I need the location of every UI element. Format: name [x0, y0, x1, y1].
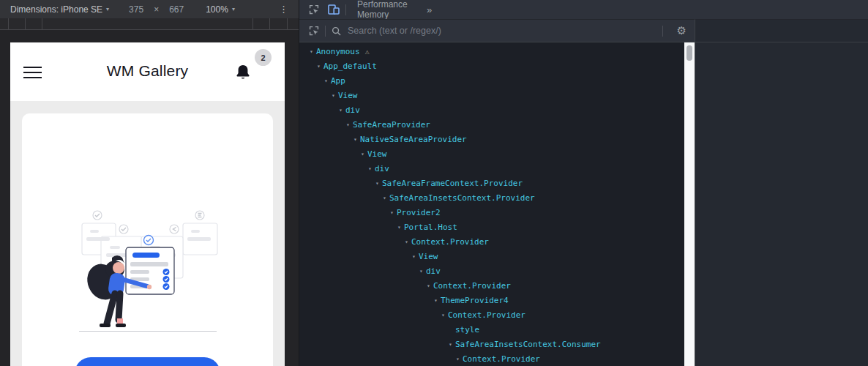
toggle-device-toolbar-icon[interactable]: [328, 4, 340, 15]
component-name: SafeAreaFrameContext.Provider: [382, 179, 523, 188]
component-name: SafeAreaInsetsContext.Consumer: [455, 340, 601, 349]
component-name: Anonymous: [316, 47, 360, 56]
devtools-tab-memory[interactable]: Memory: [352, 10, 426, 19]
expand-arrow-icon[interactable]: ▾: [343, 122, 353, 128]
expand-arrow-icon[interactable]: ▾: [373, 180, 382, 187]
chevron-down-icon: ▾: [106, 6, 109, 12]
device-height-input[interactable]: 667: [169, 4, 184, 15]
tree-node[interactable]: ▾ App_default: [299, 59, 684, 73]
tree-node[interactable]: ▾ View: [299, 146, 684, 161]
tree-node[interactable]: ▾ NativeSafeAreaProvider: [299, 132, 684, 146]
expand-arrow-icon[interactable]: ▾: [314, 63, 323, 70]
scrollbar-thumb[interactable]: [686, 45, 692, 61]
tree-node[interactable]: ▾ View: [299, 249, 684, 264]
component-name: App: [331, 76, 345, 86]
component-name: NativeSafeAreaProvider: [360, 135, 467, 144]
more-tabs-icon[interactable]: »: [427, 4, 432, 15]
tree-node[interactable]: ▾ Context.Provider: [299, 351, 684, 366]
multiply-sign: ×: [154, 4, 159, 15]
tree-node[interactable]: ▾ Context.Provider: [299, 307, 684, 322]
expand-arrow-icon[interactable]: ▾: [431, 297, 441, 304]
device-width-input[interactable]: 375: [129, 4, 143, 15]
notification-bell-icon[interactable]: [235, 64, 251, 84]
component-name: Context.Provider: [463, 354, 540, 364]
component-name: Context.Provider: [448, 310, 525, 320]
component-name: Portal.Host: [404, 223, 457, 232]
welcome-card: [22, 113, 273, 366]
expand-arrow-icon[interactable]: ▾: [351, 136, 360, 143]
expand-arrow-icon[interactable]: ▾: [307, 48, 316, 55]
component-name: div: [426, 266, 441, 276]
expand-arrow-icon[interactable]: ▾: [358, 151, 367, 157]
tree-node[interactable]: ▾ SafeAreaInsetsContext.Provider: [299, 190, 684, 205]
tree-node[interactable]: ▾ div: [299, 264, 684, 278]
expand-arrow-icon[interactable]: ▾: [365, 165, 375, 172]
gear-icon[interactable]: ⚙: [677, 24, 686, 37]
expand-arrow-icon[interactable]: ▾: [321, 78, 331, 84]
component-name: SafeAreaProvider: [353, 120, 430, 130]
component-tree: ▾ Anonymous ⚠ ▾ App_default ▾ App ▾ View…: [299, 42, 684, 366]
inspect-element-icon[interactable]: [309, 4, 319, 15]
app-body: [10, 101, 285, 366]
device-toolbar: Dimensions: iPhone SE ▾ 375 × 667 100% ▾…: [0, 0, 299, 18]
tree-node[interactable]: ▾ SafeAreaFrameContext.Provider: [299, 176, 684, 190]
component-name: Provider2: [397, 208, 441, 217]
device-viewport: WM Gallery 2: [10, 42, 285, 366]
divider: [662, 26, 663, 37]
expand-arrow-icon[interactable]: ▾: [424, 283, 433, 289]
component-name: Context.Provider: [433, 281, 511, 291]
tab-label: Memory: [357, 10, 389, 19]
component-name: div: [345, 105, 360, 115]
component-name: div: [375, 164, 389, 173]
devtools-tabbar: Elements Console: [299, 0, 868, 19]
warning-icon: ⚠: [365, 48, 370, 56]
expand-arrow-icon[interactable]: ▾: [336, 107, 345, 113]
tree-node[interactable]: ▾ View: [299, 88, 684, 102]
tree-node[interactable]: ▾ SafeAreaProvider: [299, 117, 684, 132]
expand-arrow-icon[interactable]: ▾: [409, 253, 419, 260]
tree-scrollbar[interactable]: [684, 42, 695, 366]
component-name: Context.Provider: [411, 237, 489, 247]
search-input[interactable]: Search (text or /regex/): [348, 26, 656, 36]
expand-arrow-icon[interactable]: ▾: [438, 312, 448, 318]
device-ruler-strip: [0, 18, 299, 30]
expand-arrow-icon[interactable]: ▾: [453, 356, 463, 362]
select-component-icon[interactable]: [309, 26, 319, 36]
component-name: ThemeProvider4: [441, 296, 509, 305]
tree-node[interactable]: ▾ Provider2: [299, 205, 684, 220]
expand-arrow-icon[interactable]: ▾: [446, 341, 455, 348]
kebab-menu-icon[interactable]: ⋮: [279, 4, 288, 15]
expand-arrow-icon[interactable]: ▾: [402, 239, 411, 245]
zoom-level-select[interactable]: 100%: [206, 4, 228, 15]
expand-arrow-icon[interactable]: ▾: [329, 92, 338, 99]
tree-node[interactable]: ▾ SafeAreaInsetsContext.Consumer: [299, 337, 684, 351]
device-type-select[interactable]: Dimensions: iPhone SE: [10, 4, 102, 15]
tree-node[interactable]: ▾ Context.Provider: [299, 278, 684, 293]
emulation-stage: WM Gallery 2: [0, 30, 299, 366]
expand-arrow-icon[interactable]: ▾: [387, 209, 397, 216]
onboarding-illustration: [75, 209, 222, 337]
component-name: App_default: [323, 61, 377, 71]
tree-node[interactable]: ▾ Anonymous ⚠: [299, 44, 684, 59]
expand-arrow-icon[interactable]: ▾: [394, 224, 404, 231]
screenshot-root: Dimensions: iPhone SE ▾ 375 × 667 100% ▾…: [0, 0, 868, 366]
props-panel-header: [695, 19, 868, 42]
notification-count-badge: 2: [255, 49, 272, 66]
tree-node[interactable]: ▾ ThemeProvider4: [299, 293, 684, 307]
tree-node[interactable]: ▾ div: [299, 161, 684, 176]
chevron-down-icon: ▾: [232, 6, 235, 12]
component-name: SafeAreaInsetsContext.Provider: [389, 193, 535, 203]
expand-arrow-icon[interactable]: ▾: [416, 268, 426, 274]
devtools-tab-performance[interactable]: Performance: [352, 0, 426, 10]
primary-action-button[interactable]: [75, 357, 220, 366]
expand-arrow-icon[interactable]: ▾: [380, 195, 389, 201]
tree-node[interactable]: ▾ App: [299, 73, 684, 88]
tree-node[interactable]: ▾ Portal.Host: [299, 220, 684, 234]
components-search-bar: Search (text or /regex/) ⚙: [299, 19, 695, 42]
tree-node[interactable]: ▾ Context.Provider: [299, 234, 684, 249]
divider: [345, 4, 346, 15]
component-name: View: [419, 252, 438, 261]
tree-node[interactable]: ▾ div: [299, 102, 684, 117]
tree-node[interactable]: style: [299, 322, 684, 337]
tab-label: Performance: [357, 0, 408, 10]
